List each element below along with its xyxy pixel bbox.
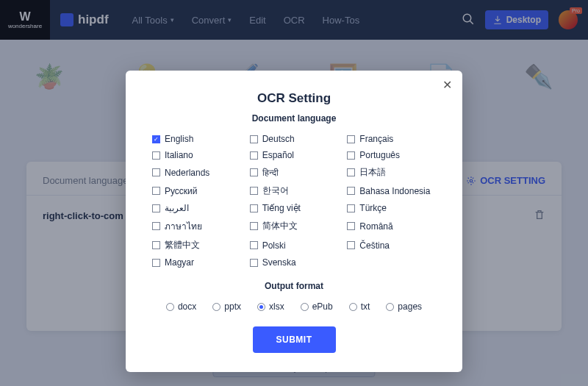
- language-option[interactable]: Polski: [250, 239, 339, 251]
- checkbox-icon: [347, 187, 355, 195]
- ocr-setting-modal: ✕ OCR Setting Document language ✓English…: [126, 71, 462, 372]
- checkbox-icon: [250, 259, 258, 267]
- format-option[interactable]: pages: [386, 301, 422, 312]
- radio-icon: [212, 303, 220, 311]
- checkbox-icon: [250, 151, 258, 160]
- checkbox-icon: [250, 168, 258, 176]
- language-option[interactable]: Italiano: [152, 150, 241, 160]
- checkbox-icon: [152, 204, 160, 212]
- language-option[interactable]: Deutsch: [250, 134, 339, 144]
- format-option[interactable]: ePub: [301, 301, 333, 312]
- section-document-language: Document language: [152, 113, 436, 124]
- language-option[interactable]: Türkçe: [347, 203, 436, 213]
- checkbox-icon: [250, 204, 258, 212]
- language-option[interactable]: Svenska: [250, 257, 339, 268]
- language-option[interactable]: Русский: [152, 185, 241, 197]
- checkbox-icon: [347, 241, 355, 249]
- language-option[interactable]: العربية: [152, 203, 241, 213]
- language-option[interactable]: Bahasa Indonesia: [347, 185, 436, 197]
- checkbox-icon: [250, 241, 258, 249]
- format-option[interactable]: pptx: [212, 301, 241, 312]
- checkbox-icon: [250, 135, 258, 143]
- format-row: docxpptxxlsxePubtxtpages: [152, 301, 436, 312]
- checkbox-icon: [347, 168, 355, 176]
- checkbox-icon: [347, 222, 355, 230]
- language-option[interactable]: Português: [347, 150, 436, 160]
- radio-icon: [166, 303, 174, 311]
- checkbox-icon: [152, 259, 160, 267]
- language-option[interactable]: 简体中文: [250, 219, 339, 233]
- radio-icon: [301, 303, 309, 311]
- language-option[interactable]: ✓English: [152, 134, 241, 144]
- checkbox-icon: ✓: [152, 135, 160, 143]
- checkbox-icon: [347, 204, 355, 212]
- language-option[interactable]: 한국어: [250, 185, 339, 197]
- language-option[interactable]: ภาษาไทย: [152, 219, 241, 233]
- language-grid: ✓EnglishDeutschFrançaisItalianoEspañolPo…: [152, 134, 436, 268]
- language-option[interactable]: 繁體中文: [152, 239, 241, 251]
- language-option[interactable]: 日本語: [347, 166, 436, 179]
- checkbox-icon: [152, 187, 160, 195]
- language-option[interactable]: Magyar: [152, 257, 241, 268]
- language-option[interactable]: Español: [250, 150, 339, 160]
- language-option[interactable]: Français: [347, 134, 436, 144]
- format-option[interactable]: xlsx: [257, 301, 284, 312]
- checkbox-icon: [152, 151, 160, 160]
- checkbox-icon: [347, 151, 355, 160]
- checkbox-icon: [152, 168, 160, 176]
- radio-icon: [257, 303, 265, 311]
- section-output-format: Output format: [152, 281, 436, 291]
- language-option[interactable]: Tiếng việt: [250, 203, 339, 213]
- modal-title: OCR Setting: [152, 91, 436, 106]
- submit-button[interactable]: SUBMIT: [253, 326, 336, 353]
- checkbox-icon: [152, 241, 160, 249]
- language-option[interactable]: Nederlands: [152, 166, 241, 179]
- format-option[interactable]: txt: [349, 301, 370, 312]
- checkbox-icon: [250, 222, 258, 230]
- radio-icon: [386, 303, 394, 311]
- close-button[interactable]: ✕: [442, 78, 452, 92]
- checkbox-icon: [347, 135, 355, 143]
- language-option[interactable]: Română: [347, 219, 436, 233]
- checkbox-icon: [152, 222, 160, 230]
- checkbox-icon: [250, 187, 258, 195]
- language-option[interactable]: Čeština: [347, 239, 436, 251]
- format-option[interactable]: docx: [166, 301, 196, 312]
- language-option[interactable]: हिन्दी: [250, 166, 339, 179]
- radio-icon: [349, 303, 357, 311]
